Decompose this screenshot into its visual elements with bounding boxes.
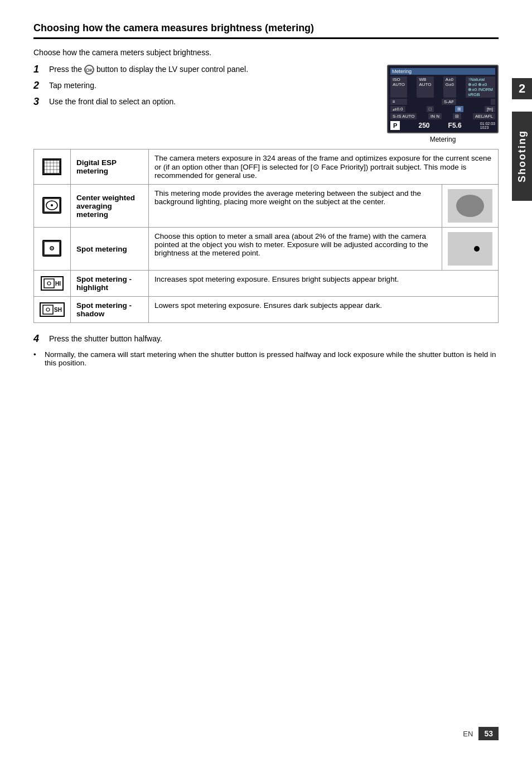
screen-row-1: ISOAUTO WBAUTO A±0G±0 ↑Natural⊕±0 ⊕±0⊕±0… [390,76,495,98]
esp-name: Digital ESP metering [76,158,117,175]
step-4-content: Press the shutter button halfway. [49,334,499,343]
table-row-esp: Digital ESP metering The camera meters e… [34,150,499,185]
focus-cell: ⊞ [455,106,463,112]
empty-cell [491,99,495,105]
spot-hi-desc: Increases spot metering exposure. Ensure… [154,275,399,283]
steps-with-image-section: 1 Press the OK button to display the LV … [33,65,499,143]
rect-cell: □ [427,106,434,112]
spot-hi-icon-cell: HI [34,271,71,297]
center-name-cell: Center weighted averaging metering [70,185,148,228]
camera-screen-section: Metering ISOAUTO WBAUTO A±0G±0 ↑Natural⊕… [387,65,499,143]
in-n-cell: IN N [428,113,442,119]
aperture-value: F5.6 [448,122,462,129]
spot-desc: Choose this option to meter a small area… [154,232,428,257]
step-2-content: Tap metering. [49,81,387,90]
esp-desc: The camera meters exposure in 324 areas … [154,154,491,180]
steps-left: 1 Press the OK button to display the LV … [33,65,387,143]
spot-icon-cell [34,228,71,271]
screen-row-4: S-IS AUTO IN N ⊟ AEL/AFL [390,113,495,119]
table-row-spot-hi: HI Spot metering - highlight Increases s… [34,271,499,297]
esp-icon-svg [43,160,60,174]
step-2: 2 Tap metering. [33,81,387,91]
step-4-section: 4 Press the shutter button halfway. • No… [33,334,499,367]
fn-cell: [fn] [485,106,495,112]
svg-point-13 [51,248,52,249]
ael-cell: AEL/AFL [473,113,495,119]
center-name: Center weighted averaging metering [76,194,135,219]
esp-desc-cell: The camera meters exposure in 324 areas … [148,150,498,185]
table-row-spot-sh: SH Spot metering - shadow Lowers spot me… [34,297,499,323]
step-1-num: 1 [33,64,49,75]
spot-sh-desc-cell: Lowers spot metering exposure. Ensures d… [148,297,498,323]
spot-thumbnail [448,232,492,266]
spot-sh-desc: Lowers spot metering exposure. Ensures d… [154,301,382,310]
center-icon-cell [34,185,71,228]
spot-hi-name-cell: Spot metering - highlight [70,271,148,297]
intro-text: Choose how the camera meters subject bri… [33,48,499,57]
page-footer: EN 53 [463,727,499,740]
camera-screen: Metering ISOAUTO WBAUTO A±0G±0 ↑Natural⊕… [387,65,499,133]
p-mode-indicator: P [390,121,400,130]
center-desc-cell: This metering mode provides the average … [148,185,442,228]
page-container: 2 Shooting Choosing how the camera measu… [0,0,532,757]
esp-icon [42,158,61,175]
spot-sh-icon-cell: SH [34,297,71,323]
center-thumb-cell [442,185,499,228]
metering-table: Digital ESP metering The camera meters e… [33,149,499,323]
spot-name: Spot metering [76,245,127,253]
spot-hi-name: Spot metering - highlight [76,275,132,292]
svg-rect-16 [43,305,53,314]
screen-title: Metering [390,68,495,75]
screen-row-2: ≡ S-AF [390,99,495,105]
a-val-cell: A±0G±0 [443,76,456,98]
shutter-value: 250 [418,122,429,129]
step-4-note: • Normally, the camera will start meteri… [33,350,499,367]
spot-icon [42,240,61,257]
screen-row-3: ₄±0.0 □ ⊞ [fn] [390,106,495,112]
step-4-num: 4 [33,333,49,345]
spot-hi-icon-svg [43,278,55,288]
spot-desc-cell: Choose this option to meter a small area… [148,228,442,271]
svg-point-10 [51,204,53,206]
chapter-label-tab: Shooting [512,112,532,201]
svg-point-17 [46,308,50,311]
step-1: 1 Press the OK button to display the LV … [33,65,387,75]
iso-cell: ISOAUTO [390,76,407,98]
time-shots: 01:02:031023 [480,122,495,129]
esp-name-cell: Digital ESP metering [70,150,148,185]
chapter-number: 2 [512,78,532,99]
step-2-num: 2 [33,80,49,91]
spot-sh-name: Spot metering - shadow [76,301,132,318]
bullet-icon: • [33,350,45,367]
natural-cell: ↑Natural⊕±0 ⊕±0⊕±0 /NORMsRGB [466,76,495,98]
center-icon [42,197,61,214]
spot-hi-desc-cell: Increases spot metering exposure. Ensure… [148,271,498,297]
step-4: 4 Press the shutter button halfway. [33,334,499,345]
wb-cell: WBAUTO [417,76,433,98]
svg-point-15 [47,282,51,285]
svg-rect-14 [44,279,54,288]
spot-name-cell: Spot metering [70,228,148,271]
center-desc: This metering mode provides the average … [154,189,421,206]
step-4-note-text: Normally, the camera will start metering… [45,350,499,367]
step-3-content: Use the front dial to select an option. [49,97,387,106]
spot-hi-icon: HI [41,276,64,291]
center-icon-svg [43,198,60,213]
table-row-center: Center weighted averaging metering This … [34,185,499,228]
esp-icon-cell [34,150,71,185]
step-3-num: 3 [33,96,49,108]
spot-sh-icon-svg [42,305,54,315]
saf-cell: S-AF [442,99,456,105]
svg-rect-0 [44,160,60,173]
ok-button-icon: OK [84,65,94,75]
dial-cell: ≡ [390,99,407,105]
spot-hi-text: HI [55,281,61,287]
flash-cell: ₄±0.0 [390,106,405,112]
step-3: 3 Use the front dial to select an option… [33,97,387,108]
sis-cell: S-IS AUTO [390,113,417,119]
section-title: Choosing how the camera measures brightn… [33,22,499,39]
spot-icon-svg [43,241,60,255]
center-weighted-thumbnail [448,189,492,223]
step-1-content: Press the OK button to display the LV su… [49,65,387,75]
page-number: 53 [478,727,499,740]
